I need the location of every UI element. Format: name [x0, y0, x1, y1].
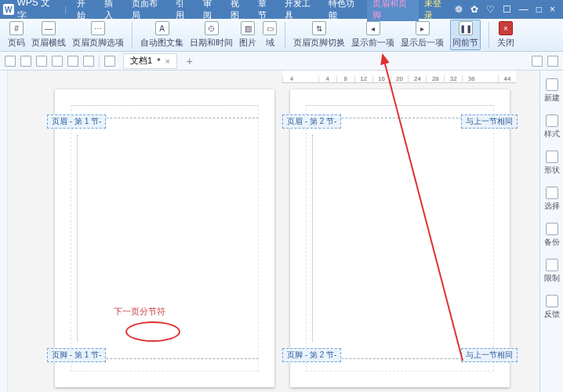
tab-special[interactable]: 特色功能: [323, 0, 367, 21]
footer-same-tag: 与上一节相同: [461, 348, 518, 362]
menu-tabs: 开始 插入 页面布局 引用 审阅 视图 章节 开发工具 特色功能 页眉和页脚 未…: [71, 0, 455, 21]
preview-icon[interactable]: [52, 56, 63, 67]
ribbon: #页码 —页眉横线 ⋯页眉页脚选项 A自动图文集 ⏲日期和时间 ▧图片 ▭域 ⇅…: [0, 19, 563, 52]
skin-icon[interactable]: ✿: [470, 4, 478, 15]
document-tab[interactable]: 文档1 * ×: [123, 53, 177, 69]
tab-header-footer[interactable]: 页眉和页脚: [367, 0, 419, 21]
separator: [99, 55, 100, 67]
side-select[interactable]: 选择: [544, 187, 560, 212]
notify-icon[interactable]: ❁: [455, 4, 463, 15]
horizontal-ruler: 4481216202428323644: [282, 71, 516, 83]
side-feedback[interactable]: 反馈: [544, 295, 560, 320]
page-area: 4481216202428323644 页眉 - 第 1 节- 页脚 - 第 1…: [8, 71, 539, 392]
quick-toolbar: 文档1 * × +: [0, 52, 563, 71]
separator: [132, 22, 133, 49]
list-icon[interactable]: [547, 56, 558, 67]
new-tab-button[interactable]: +: [182, 55, 198, 67]
header-tag-2: 页眉 - 第 2 节-: [282, 114, 341, 129]
feedback-icon[interactable]: ☐: [503, 4, 511, 15]
side-style[interactable]: 样式: [544, 114, 560, 140]
side-backup[interactable]: 备份: [544, 223, 560, 248]
separator: [489, 22, 489, 49]
footer-tag-1: 页脚 - 第 1 节-: [47, 348, 106, 362]
tab-dev[interactable]: 开发工具: [279, 0, 323, 21]
window-controls: ❁ ✿ ♡ ☐ — □ ×: [455, 4, 560, 15]
tab-unlogged[interactable]: 未登录: [419, 0, 454, 21]
field-button[interactable]: ▭域: [263, 21, 277, 49]
autotext-button[interactable]: A自动图文集: [140, 21, 183, 49]
app-logo-icon: W: [3, 4, 14, 15]
header-line-button[interactable]: —页眉横线: [31, 21, 66, 49]
close-hf-button[interactable]: ×关闭: [497, 21, 514, 49]
side-new[interactable]: 新建: [544, 78, 560, 103]
app-name: WPS 文字: [17, 0, 59, 23]
title-bar: W WPS 文字 | 开始 插入 页面布局 引用 审阅 视图 章节 开发工具 特…: [0, 0, 563, 19]
page-2[interactable]: 页眉 - 第 2 节- 与上一节相同 页脚 - 第 2 节- 与上一节相同: [290, 89, 510, 387]
hf-options-button[interactable]: ⋯页眉页脚选项: [72, 21, 124, 49]
tab-review[interactable]: 审阅: [198, 0, 225, 21]
tab-view[interactable]: 视图: [225, 0, 252, 21]
tab-start[interactable]: 开始: [71, 0, 99, 21]
datetime-button[interactable]: ⏲日期和时间: [190, 21, 233, 49]
new-icon[interactable]: [5, 56, 16, 67]
doc-name: 文档1: [130, 55, 152, 67]
tab-section[interactable]: 章节: [252, 0, 280, 21]
save-icon[interactable]: [20, 56, 31, 67]
print-icon[interactable]: [36, 56, 47, 67]
doc-modified: *: [157, 56, 160, 66]
tab-insert[interactable]: 插入: [99, 0, 126, 21]
tab-layout[interactable]: 页面布局: [126, 0, 170, 21]
header-tag-1: 页眉 - 第 1 节-: [47, 114, 106, 129]
picture-button[interactable]: ▧图片: [239, 21, 256, 49]
show-prev-button[interactable]: ◂显示前一项: [351, 21, 394, 49]
separator: [285, 22, 285, 49]
left-gutter: [0, 71, 8, 392]
grid-icon[interactable]: [532, 56, 543, 67]
maximize-icon[interactable]: □: [536, 4, 542, 15]
undo-icon[interactable]: [67, 56, 78, 67]
separator: |: [64, 5, 67, 14]
header-same-tag: 与上一节相同: [461, 114, 518, 129]
page-number-button[interactable]: #页码: [8, 21, 25, 49]
close-icon[interactable]: ×: [550, 4, 555, 15]
side-restrict[interactable]: 限制: [544, 259, 560, 284]
page-1[interactable]: 页眉 - 第 1 节- 页脚 - 第 1 节-: [55, 89, 274, 387]
same-as-prev-button[interactable]: ❚❚同前节: [450, 20, 481, 50]
redo-icon[interactable]: [83, 56, 94, 67]
side-panel: 新建 样式 形状 选择 备份 限制 反馈: [539, 71, 563, 392]
show-next-button[interactable]: ▸显示后一项: [401, 21, 444, 49]
footer-tag-2: 页脚 - 第 2 节-: [282, 348, 341, 362]
doc-icon[interactable]: [104, 56, 115, 67]
tab-reference[interactable]: 引用: [170, 0, 198, 21]
heart-icon[interactable]: ♡: [486, 4, 495, 15]
workspace: 4481216202428323644 页眉 - 第 1 节- 页脚 - 第 1…: [0, 71, 563, 392]
side-shape[interactable]: 形状: [544, 151, 560, 176]
minimize-icon[interactable]: —: [519, 4, 528, 15]
hf-switch-button[interactable]: ⇅页眉页脚切换: [293, 21, 345, 49]
close-doc-icon[interactable]: ×: [165, 56, 169, 66]
